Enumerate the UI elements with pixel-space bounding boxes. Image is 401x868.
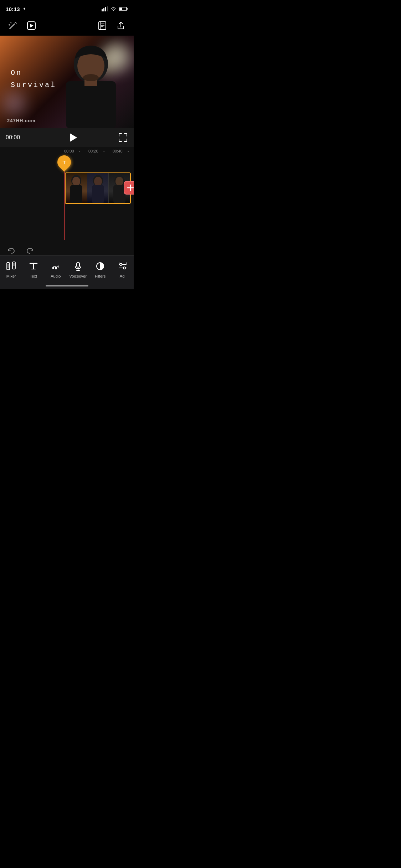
overlay-line1: On [11, 68, 56, 78]
signal-icon [102, 6, 108, 11]
toolbar-item-filters[interactable]: Filters [89, 259, 112, 278]
mixer-icon [5, 260, 17, 272]
text-icon [28, 260, 39, 272]
timeline-area: 00:00 • 00:20 • 00:40 • T [0, 147, 134, 261]
svg-point-18 [83, 74, 99, 81]
svg-rect-6 [119, 8, 122, 10]
playhead[interactable]: T [57, 155, 71, 169]
playhead-icon: T [62, 159, 66, 165]
svg-rect-3 [107, 6, 108, 11]
plus-icon [127, 184, 134, 192]
svg-rect-24 [92, 185, 104, 203]
time-display: 00:00 [6, 134, 27, 141]
playback-bar: 00:00 [6, 128, 128, 147]
play-button[interactable] [66, 130, 80, 145]
adj-label: Adj [120, 274, 125, 278]
playhead-line [64, 169, 65, 240]
adj-icon [117, 260, 128, 272]
toolbar-item-audio[interactable]: Audio [45, 259, 67, 278]
ruler-marker-20: 00:20 [88, 149, 98, 153]
overlay-line2: Survival [11, 80, 56, 91]
ruler-dot-2: • [103, 149, 105, 153]
audio-label: Audio [51, 274, 61, 278]
svg-point-35 [52, 267, 54, 269]
svg-rect-31 [7, 264, 9, 268]
home-indicator [46, 285, 88, 286]
svg-rect-36 [77, 262, 79, 267]
ruler-dot-3: • [128, 149, 129, 153]
ruler-marker-0: 00:00 [64, 149, 74, 153]
person-figure [55, 39, 127, 128]
status-bar: 10:13 [0, 0, 134, 16]
filters-icon [94, 260, 106, 272]
wifi-icon [110, 6, 117, 11]
audio-icon [50, 260, 61, 272]
magic-wand-button[interactable] [7, 20, 19, 31]
watermark: 247HH.com [7, 118, 36, 123]
mic-icon [72, 260, 84, 272]
app-toolbar [0, 16, 134, 36]
share-button[interactable] [115, 20, 127, 31]
add-clip-button[interactable] [124, 181, 134, 195]
ruler-marker-40: 00:40 [113, 149, 123, 153]
svg-point-42 [120, 263, 122, 265]
video-overlay-text: On Survival [11, 68, 56, 91]
video-thumb-1 [66, 173, 87, 203]
svg-point-23 [94, 177, 102, 186]
timeline-ruler: 00:00 • 00:20 • 00:40 • [0, 147, 134, 155]
text-label: Text [30, 274, 37, 278]
play-triangle-icon [70, 133, 77, 142]
video-strip[interactable] [65, 172, 131, 204]
location-icon [22, 7, 26, 11]
svg-point-34 [55, 267, 57, 269]
svg-point-20 [72, 177, 80, 186]
toolbar-item-text[interactable]: Text [22, 259, 45, 278]
toolbar-right [97, 20, 127, 31]
svg-marker-8 [30, 24, 34, 27]
toolbar-item-voiceover[interactable]: Voiceover [67, 259, 89, 278]
voiceover-label: Voiceover [70, 274, 87, 278]
svg-rect-2 [105, 7, 106, 11]
svg-point-26 [115, 177, 123, 186]
video-thumb-2 [87, 173, 109, 203]
svg-point-43 [123, 267, 125, 269]
svg-rect-33 [13, 263, 15, 266]
svg-rect-5 [127, 8, 128, 10]
toolbar-left [7, 20, 37, 31]
toolbar-item-adj[interactable]: Adj [112, 259, 134, 278]
video-preview: On Survival 247HH.com [0, 36, 134, 128]
svg-rect-21 [70, 185, 82, 203]
status-time: 10:13 [6, 6, 20, 12]
bottom-toolbar: Mixer Text Audio [0, 255, 134, 289]
timeline-controls: 00:00 [0, 128, 134, 147]
mixer-label: Mixer [6, 274, 16, 278]
filters-label: Filters [95, 274, 106, 278]
svg-rect-0 [102, 9, 103, 11]
svg-rect-10 [100, 22, 106, 30]
ruler-dot-1: • [79, 149, 81, 153]
battery-icon [119, 6, 128, 11]
preview-button[interactable] [26, 20, 37, 31]
svg-rect-16 [66, 81, 116, 128]
status-icons [102, 6, 128, 11]
book-button[interactable] [97, 20, 108, 31]
fullscreen-button[interactable] [118, 133, 128, 143]
svg-rect-1 [103, 8, 104, 11]
toolbar-item-mixer[interactable]: Mixer [0, 259, 22, 278]
